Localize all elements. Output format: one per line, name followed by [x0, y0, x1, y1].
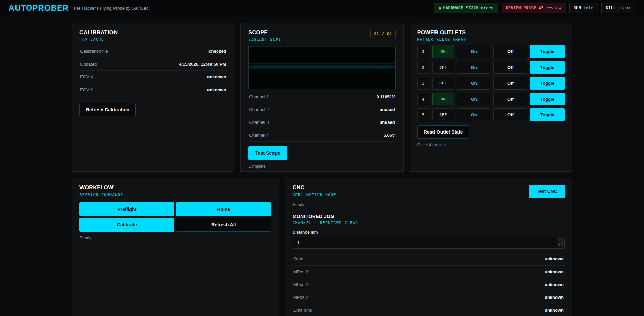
review-probe-value: 43 review [539, 6, 561, 10]
review-probe-label: REVIEW PROBE [506, 6, 536, 10]
outlet-on-button[interactable]: On [457, 77, 491, 90]
calibrate-button[interactable]: Calibrate [79, 218, 174, 232]
outlet-row-1: 1 ON On Off Toggle [417, 45, 565, 58]
table-row: MPos Z unknown [293, 291, 565, 304]
row-label: Channel 2 [249, 107, 269, 112]
row-label: MPos Z [293, 295, 309, 300]
row-value: -0.11651V [375, 94, 395, 99]
row-label: Calibration file [80, 49, 108, 54]
refresh-all-button[interactable]: Refresh All [176, 218, 271, 232]
outlet-off-button[interactable]: Off [493, 77, 527, 90]
topbar-actions: ■ HARDWARE STACK green REVIEW PROBE 43 r… [434, 3, 635, 13]
outlet-on-button[interactable]: On [457, 45, 491, 58]
app-logo: AUTOPROBER [9, 4, 69, 13]
outlet-number: 5 [417, 108, 429, 121]
distance-input[interactable] [293, 237, 565, 249]
row-value: unknown [207, 87, 226, 92]
outlets-subtitle: MATTER RELAY ARRAY [417, 37, 565, 42]
row-value: checked [208, 49, 226, 54]
table-row: FOV X unknown [79, 71, 227, 83]
outlet-row-3: 3 OFF On Off Toggle [417, 77, 565, 90]
row-label: Updated [80, 62, 97, 67]
row-label: MPos X [293, 269, 309, 274]
table-row: State unknown [293, 253, 565, 266]
row-label: MPos Y [293, 282, 309, 287]
hardware-stack-badge[interactable]: ■ HARDWARE STACK green [434, 3, 498, 13]
outlet-toggle-button[interactable]: Toggle [530, 93, 565, 105]
row-label: FOV X [80, 74, 93, 79]
outlet-on-button[interactable]: On [457, 61, 491, 74]
scope-subtitle: SIGLENT SCPI [248, 37, 281, 42]
row-value: unknown [545, 256, 564, 261]
refresh-calibration-button[interactable]: Refresh Calibration [79, 103, 136, 116]
outlet-off-button[interactable]: Off [493, 45, 527, 58]
row-value: unknown [545, 295, 564, 300]
top-row: CALIBRATION FOV CACHE Calibration file c… [72, 23, 572, 172]
home-button[interactable]: Home [176, 202, 271, 216]
outlet-state-badge: OFF [432, 108, 454, 121]
kill-button[interactable]: KILL clear [601, 3, 635, 13]
outlet-state-badge: OFF [432, 77, 454, 90]
outlet-number: 3 [417, 77, 429, 90]
outlet-number: 4 [417, 93, 429, 105]
row-label: Channel 1 [249, 94, 269, 99]
power-outlets-panel: POWER OUTLETS MATTER RELAY ARRAY 1 ON On… [410, 23, 572, 172]
scope-display [248, 46, 395, 89]
table-row: MPos X unknown [293, 266, 565, 278]
outlet-off-button[interactable]: Off [493, 108, 527, 121]
scope-trace-dim [249, 79, 394, 79]
run-state: idle [583, 6, 593, 10]
outlet-state-badge: ON [432, 45, 454, 58]
table-row: Channel 1 -0.11651V [248, 91, 395, 103]
row-label: Channel 3 [249, 120, 269, 125]
row-label: Limit pins [293, 308, 312, 313]
table-row: Channel 4 5.06V [248, 129, 395, 142]
main-content: CALIBRATION FOV CACHE Calibration file c… [72, 23, 572, 316]
run-button[interactable]: RUN idle [569, 3, 598, 13]
outlet-toggle-button[interactable]: Toggle [530, 77, 565, 90]
monitored-jog-title: MONITORED JOG [293, 214, 565, 219]
table-row: Channel 2 unused [248, 103, 395, 116]
row-value: 5.06V [384, 133, 395, 138]
spinner-down-icon[interactable]: ▼ [557, 243, 562, 247]
spinner-up-icon[interactable]: ▲ [557, 239, 562, 243]
row-value: unknown [545, 308, 564, 313]
table-row: FOV Y unknown [79, 83, 227, 96]
row-label: FOV Y [80, 87, 93, 92]
row-value: unused [379, 120, 395, 125]
hardware-stack-label: HARDWARE STACK [443, 6, 479, 10]
row-value: unused [379, 107, 395, 112]
test-scope-button[interactable]: Test Scope [248, 146, 287, 160]
row-label: Channel 4 [249, 133, 269, 138]
cnc-status-list: State unknown MPos X unknown MPos Y unkn… [293, 253, 565, 316]
workflow-title: WORKFLOW [79, 185, 271, 191]
top-bar: AUTOPROBER The Hacker's Flying Probe by … [0, 0, 644, 16]
calibration-title: CALIBRATION [79, 30, 227, 36]
distance-spinner[interactable]: ▲ ▼ [557, 238, 563, 247]
scope-title: SCOPE [248, 30, 281, 36]
outlet-on-button[interactable]: On [457, 93, 491, 105]
outlet-toggle-button[interactable]: Toggle [530, 108, 565, 121]
outlets-title: POWER OUTLETS [417, 30, 565, 36]
row-label: State [293, 256, 303, 261]
run-label: RUN [574, 6, 581, 10]
cnc-title: CNC [293, 185, 336, 191]
scope-heading: SCOPE SIGLENT SCPI [248, 30, 281, 42]
outlet-off-button[interactable]: Off [493, 61, 527, 74]
calibration-panel: CALIBRATION FOV CACHE Calibration file c… [72, 23, 234, 172]
read-outlet-state-button[interactable]: Read Outlet State [417, 125, 470, 139]
calibration-subtitle: FOV CACHE [79, 37, 227, 42]
outlet-number: 1 [417, 45, 429, 58]
outlet-on-button[interactable]: On [457, 108, 491, 121]
outlet-off-button[interactable]: Off [493, 93, 527, 105]
preflight-button[interactable]: Preflight [79, 202, 174, 216]
test-cnc-button[interactable]: Test CNC [529, 185, 565, 198]
outlet-rows: 1 ON On Off Toggle 2 OFF On Off Toggle 3… [417, 45, 565, 121]
outlet-toggle-button[interactable]: Toggle [530, 61, 565, 74]
review-probe-badge[interactable]: REVIEW PROBE 43 review [502, 3, 566, 13]
outlet-row-2: 2 OFF On Off Toggle [417, 61, 565, 74]
outlet-row-5: 5 OFF On Off Toggle [417, 108, 565, 121]
distance-input-wrap: ▲ ▼ [293, 237, 565, 249]
outlet-toggle-button[interactable]: Toggle [530, 45, 565, 58]
table-row: Limit pins unknown [293, 304, 565, 316]
